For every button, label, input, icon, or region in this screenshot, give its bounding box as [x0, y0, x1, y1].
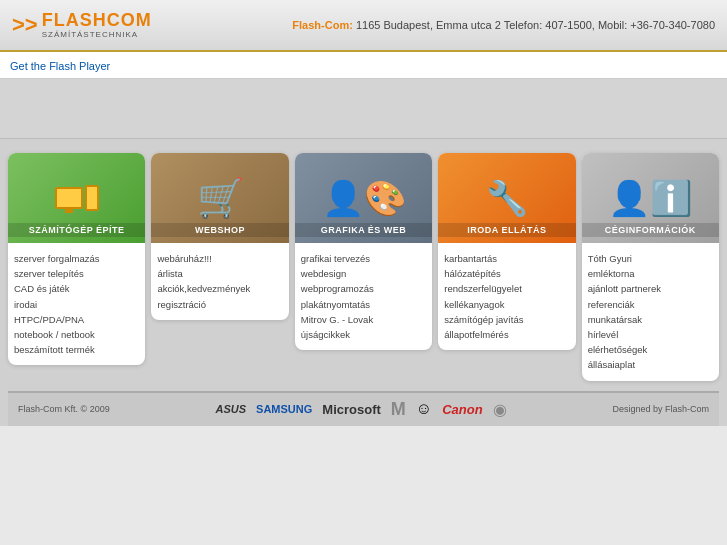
grafika-link-1[interactable]: grafikai tervezés [301, 251, 426, 266]
card-label-iroda: IRODA ELLÁTÁS [438, 223, 575, 237]
get-flash-link[interactable]: Get the Flash Player [10, 60, 110, 72]
szamitogep-link-7[interactable]: beszámított termék [14, 342, 139, 357]
contact-address: 1165 Budapest, Emma utca 2 [356, 19, 501, 31]
cart-icon: 🛒 [197, 176, 244, 220]
logo-text-area: FLASHCOM SZÁMÍTÁSTECHNIKA [42, 11, 152, 40]
samsung-logo: SAMSUNG [256, 403, 312, 415]
footer-logos: ASUS SAMSUNG Microsoft M ☺ Canon ◉ [216, 399, 507, 420]
szamitogep-link-3[interactable]: CAD és játék [14, 281, 139, 296]
card-webshop: 🛒 WEBSHOP webáruház!!! árlista akciók,ke… [151, 153, 288, 320]
tools-icon: 🔧 [486, 178, 528, 218]
szamitogep-link-4[interactable]: irodai [14, 297, 139, 312]
card-label-grafika: GRAFIKA ÉS WEB [295, 223, 432, 237]
cards-row: SZÁMÍTÓGÉP ÉPÍTE szerver forgalmazás sze… [8, 153, 719, 381]
ceg-link-6[interactable]: hírlevél [588, 327, 713, 342]
szamitogep-link-5[interactable]: HTPC/PDA/PNA [14, 312, 139, 327]
webshop-link-3[interactable]: akciók,kedvezmények [157, 281, 282, 296]
footer-copyright: Flash-Com Kft. © 2009 [18, 404, 110, 414]
logo-area: >> FLASHCOM SZÁMÍTÁSTECHNIKA [12, 11, 152, 40]
iroda-link-5[interactable]: számítógép javítás [444, 312, 569, 327]
ceg-link-8[interactable]: állásaiaplat [588, 357, 713, 372]
szamitogep-link-6[interactable]: notebook / netbook [14, 327, 139, 342]
ceg-link-3[interactable]: ajánlott partnerek [588, 281, 713, 296]
ceg-link-2[interactable]: emléktorna [588, 266, 713, 281]
card-szamitogep: SZÁMÍTÓGÉP ÉPÍTE szerver forgalmazás sze… [8, 153, 145, 365]
flash-link-bar: Get the Flash Player [0, 52, 727, 79]
grafika-link-4[interactable]: plakátnyomtatás [301, 297, 426, 312]
card-image-grafika: 👤🎨 GRAFIKA ÉS WEB [295, 153, 432, 243]
iroda-link-3[interactable]: rendszerfelügyelet [444, 281, 569, 296]
tower-icon [85, 185, 99, 211]
webshop-link-2[interactable]: árlista [157, 266, 282, 281]
webshop-link-4[interactable]: regisztráció [157, 297, 282, 312]
card-content-grafika: grafikai tervezés webdesign webprogramoz… [295, 243, 432, 350]
header: >> FLASHCOM SZÁMÍTÁSTECHNIKA Flash-Com: … [0, 0, 727, 52]
card-content-iroda: karbantartás hálózatépítés rendszerfelüg… [438, 243, 575, 350]
ceg-link-4[interactable]: referenciák [588, 297, 713, 312]
extra-icon: ◉ [493, 400, 507, 419]
grafika-link-6[interactable]: újságcikkek [301, 327, 426, 342]
person-info-icon: 👤ℹ️ [608, 178, 692, 218]
iroda-link-1[interactable]: karbantartás [444, 251, 569, 266]
iroda-link-6[interactable]: állapotfelmérés [444, 327, 569, 342]
asus-logo: ASUS [216, 403, 247, 415]
pc-icon [55, 185, 99, 211]
szamitogep-link-1[interactable]: szerver forgalmazás [14, 251, 139, 266]
web-icon: 👤🎨 [322, 178, 406, 218]
card-grafika: 👤🎨 GRAFIKA ÉS WEB grafikai tervezés webd… [295, 153, 432, 350]
ceg-link-5[interactable]: munkatársak [588, 312, 713, 327]
logo-subtitle: SZÁMÍTÁSTECHNIKA [42, 30, 152, 39]
contact-phone: Telefon: 407-1500, [504, 19, 595, 31]
m-logo: M [391, 399, 406, 420]
smiley-icon: ☺ [416, 400, 432, 418]
iroda-link-4[interactable]: kellékanyagok [444, 297, 569, 312]
card-ceg: 👤ℹ️ CÉGINFORMÁCIÓK Tóth Gyuri emléktorna… [582, 153, 719, 381]
card-label-szamitogep: SZÁMÍTÓGÉP ÉPÍTE [8, 223, 145, 237]
card-image-szamitogep: SZÁMÍTÓGÉP ÉPÍTE [8, 153, 145, 243]
card-image-ceg: 👤ℹ️ CÉGINFORMÁCIÓK [582, 153, 719, 243]
ceg-link-1[interactable]: Tóth Gyuri [588, 251, 713, 266]
card-label-webshop: WEBSHOP [151, 223, 288, 237]
footer: Flash-Com Kft. © 2009 ASUS SAMSUNG Micro… [8, 391, 719, 426]
card-label-ceg: CÉGINFORMÁCIÓK [582, 223, 719, 237]
szamitogep-link-2[interactable]: szerver telepítés [14, 266, 139, 281]
webshop-link-1[interactable]: webáruház!!! [157, 251, 282, 266]
card-iroda: 🔧 IRODA ELLÁTÁS karbantartás hálózatépít… [438, 153, 575, 350]
grafika-link-3[interactable]: webprogramozás [301, 281, 426, 296]
footer-designed-by: Designed by Flash-Com [612, 404, 709, 414]
banner-area [0, 79, 727, 139]
logo-chevrons-icon: >> [12, 14, 38, 36]
card-content-webshop: webáruház!!! árlista akciók,kedvezmények… [151, 243, 288, 320]
contact-mobile: Mobil: +36-70-340-7080 [598, 19, 715, 31]
card-image-iroda: 🔧 IRODA ELLÁTÁS [438, 153, 575, 243]
main-content: SZÁMÍTÓGÉP ÉPÍTE szerver forgalmazás sze… [0, 139, 727, 426]
card-content-szamitogep: szerver forgalmazás szerver telepítés CA… [8, 243, 145, 365]
card-content-ceg: Tóth Gyuri emléktorna ajánlott partnerek… [582, 243, 719, 381]
grafika-link-5[interactable]: Mitrov G. - Lovak [301, 312, 426, 327]
ceg-link-7[interactable]: elérhetőségek [588, 342, 713, 357]
header-contact: Flash-Com: 1165 Budapest, Emma utca 2 Te… [292, 17, 715, 34]
logo-name: FLASHCOM [42, 11, 152, 31]
card-image-webshop: 🛒 WEBSHOP [151, 153, 288, 243]
canon-logo: Canon [442, 402, 482, 417]
grafika-link-2[interactable]: webdesign [301, 266, 426, 281]
iroda-link-2[interactable]: hálózatépítés [444, 266, 569, 281]
contact-label: Flash-Com: [292, 19, 353, 31]
microsoft-logo: Microsoft [322, 402, 381, 417]
monitor-icon [55, 187, 83, 209]
